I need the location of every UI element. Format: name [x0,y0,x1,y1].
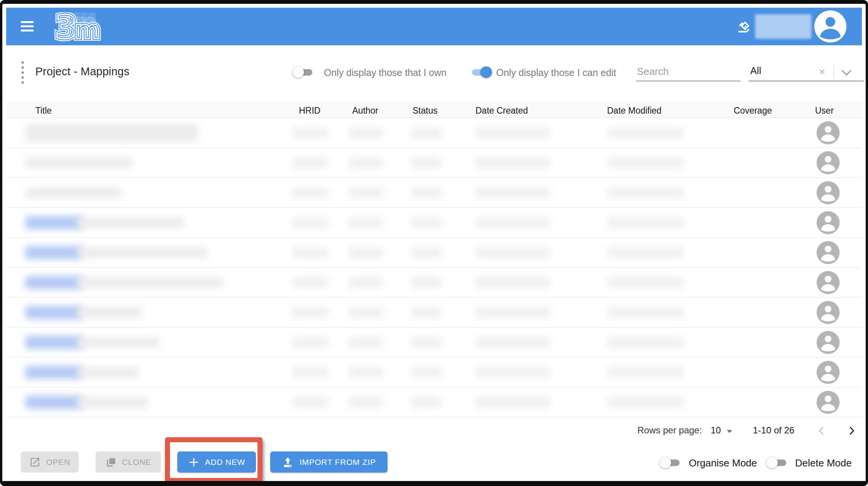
redacted-text [25,187,121,198]
add-new-button[interactable]: ADD NEW [177,451,256,473]
table-row[interactable] [6,208,862,238]
filter-select[interactable]: All × [749,59,864,81]
table-row[interactable] [6,148,862,178]
col-header-author[interactable]: Author [352,106,378,116]
redacted-text [475,127,550,138]
table-row[interactable] [6,357,862,387]
table-row[interactable] [6,178,862,208]
user-avatar-icon [817,151,840,174]
chevron-left-icon[interactable] [817,426,827,436]
toggle-only-display-own[interactable] [294,68,313,76]
table-body [6,118,862,417]
action-bar: OPEN CLONE ADD NEW IMPORT FROM ZIP [6,445,862,481]
redacted-text [349,367,383,378]
redacted-text [292,307,328,318]
rows-per-page-value[interactable]: 10 [711,425,721,436]
redacted-text [77,247,208,258]
redacted-text [349,397,383,408]
col-header-status[interactable]: Status [413,106,437,116]
redacted-text [292,397,328,408]
redacted-text [25,216,83,229]
col-header-date-created[interactable]: Date Created [475,106,528,116]
redacted-text [349,157,383,168]
window-frame: m m m m m m 3 3 3 m m m [0,0,868,486]
col-header-hrid[interactable]: HRID [299,106,320,116]
search-placeholder: Search [637,66,668,78]
plus-icon [188,456,200,468]
hand-pen-icon[interactable] [737,19,752,35]
organise-mode-toggle[interactable] [661,459,680,467]
redacted-text [25,396,83,409]
clone-button[interactable]: CLONE [96,451,161,473]
toggle-only-display-can-edit[interactable] [471,68,490,76]
redacted-text [411,187,442,198]
redacted-text [475,247,550,258]
redacted-text [607,247,684,258]
redacted-text [349,217,383,228]
redacted-text [475,157,550,168]
redacted-text [607,157,684,168]
redacted-text [607,397,684,408]
clear-x-icon[interactable]: × [818,66,825,78]
table-row[interactable] [6,238,862,268]
table-row[interactable] [6,268,862,298]
clone-button-label: CLONE [122,458,151,467]
redacted-text [25,246,83,259]
col-header-title[interactable]: Title [35,106,52,116]
col-header-user[interactable]: User [815,106,834,116]
redacted-text [292,367,328,378]
divider [833,65,834,78]
col-header-coverage[interactable]: Coverage [734,106,772,116]
redacted-text [411,247,442,258]
col-header-date-modified[interactable]: Date Modified [607,106,662,116]
redacted-text [25,366,83,379]
pagination-range: 1-10 of 26 [753,425,794,436]
redacted-text [292,337,328,348]
table-row[interactable] [6,118,862,148]
import-from-zip-button[interactable]: IMPORT FROM ZIP [270,451,388,473]
clone-icon [105,456,117,468]
redacted-text [607,307,684,318]
redacted-text [607,217,684,228]
drag-dots-icon[interactable] [21,61,25,86]
account-avatar-icon[interactable] [814,10,847,43]
redacted-text [411,337,442,348]
table-row[interactable] [6,298,862,327]
svg-text:m: m [74,15,101,43]
redacted-text [475,367,550,378]
redacted-text [607,367,684,378]
toolbar: Project - Mappings Only display those th… [6,45,862,102]
redacted-text [77,307,142,318]
toggle-only-display-can-edit-label: Only display those I can edit [496,67,616,78]
hamburger-menu-icon[interactable] [21,21,34,32]
user-avatar-icon [817,211,840,234]
table-row[interactable] [6,387,862,417]
rows-per-page-label: Rows per page: [637,425,702,436]
delete-mode-label: Delete Mode [795,457,851,469]
user-avatar-icon [817,391,840,414]
rows-per-page-caret-icon[interactable] [727,430,732,433]
redacted-text [25,157,133,168]
redacted-text [475,187,550,198]
table-row[interactable] [6,327,862,357]
redacted-text [411,397,442,408]
open-button[interactable]: OPEN [21,451,79,473]
user-avatar-icon [817,361,840,384]
search-input[interactable]: Search [636,61,741,81]
app-logo-3m-icon: m m m m m m 3 3 3 m m m [54,12,101,43]
redacted-text [607,337,684,348]
toggle-only-display-own-label: Only display those that I own [324,67,447,78]
redacted-text [77,367,139,378]
chevron-right-icon[interactable] [847,426,856,436]
user-avatar-icon [817,181,840,204]
user-avatar-icon [817,121,840,144]
redacted-text [349,187,383,198]
delete-mode-toggle[interactable] [768,459,787,467]
redacted-text [475,397,550,408]
chevron-down-icon[interactable] [841,69,852,77]
redacted-text [607,187,684,198]
redacted-text [349,277,383,288]
redacted-text [77,397,148,408]
page-title: Project - Mappings [35,65,129,78]
redacted-text [475,307,550,318]
